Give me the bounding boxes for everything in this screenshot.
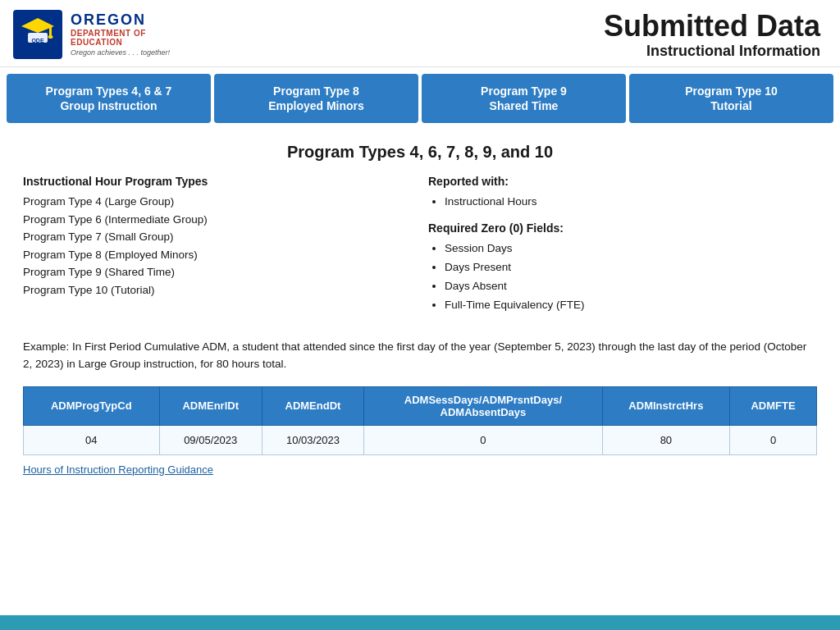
tab-employed-minors[interactable]: Program Type 8 Employed Minors (214, 74, 418, 123)
table-cell: 04 (24, 425, 160, 454)
table-header: ADMProgTypCdADMEnrlDtADMEndDtADMSessDays… (24, 386, 817, 425)
list-item: Program Type 9 (Shared Time) (23, 266, 175, 278)
list-item: Program Type 4 (Large Group) (23, 195, 174, 208)
hours-of-instruction-link[interactable]: Hours of Instruction Reporting Guidance (23, 463, 817, 476)
reported-items-list: Instructional Hours (428, 193, 817, 212)
header-title-area: Submitted Data Instructional Information (604, 10, 820, 60)
logo-tagline: Oregon achieves . . . together! (71, 49, 170, 57)
tab-tutorial[interactable]: Program Type 10 Tutorial (629, 74, 833, 123)
required-zero-heading: Required Zero (0) Fields: (428, 221, 817, 235)
tab-navigation: Program Types 4, 6 & 7 Group Instruction… (0, 67, 840, 130)
table-column-header: ADMEnrlDt (159, 386, 262, 425)
table-column-header: ADMProgTypCd (24, 386, 160, 425)
table-cell: 09/05/2023 (159, 425, 262, 454)
table-cell: 0 (730, 425, 817, 454)
required-items-list: Session DaysDays PresentDays AbsentFull-… (428, 240, 817, 315)
list-item: Days Present (445, 258, 817, 277)
reported-with-heading: Reported with: (428, 175, 817, 188)
page-subtitle: Instructional Information (604, 43, 820, 60)
table-cell: 10/03/2023 (262, 425, 363, 454)
bottom-bar (0, 615, 840, 630)
table-cell: 80 (602, 425, 729, 454)
list-item: Full-Time Equivalency (FTE) (445, 296, 817, 315)
data-table: ADMProgTypCdADMEnrlDtADMEndDtADMSessDays… (23, 386, 817, 455)
tab-shared-time[interactable]: Program Type 9 Shared Time (422, 74, 626, 123)
left-column: Instructional Hour Program Types Program… (23, 175, 412, 325)
right-column: Reported with: Instructional Hours Requi… (428, 175, 817, 325)
two-column-section: Instructional Hour Program Types Program… (23, 175, 817, 325)
page-title: Submitted Data (604, 10, 820, 43)
section-title: Program Types 4, 6, 7, 8, 9, and 10 (23, 143, 817, 162)
list-item: Program Type 8 (Employed Minors) (23, 249, 198, 261)
list-item: Session Days (445, 240, 817, 258)
table-header-row: ADMProgTypCdADMEnrlDtADMEndDtADMSessDays… (24, 386, 817, 425)
example-text: Example: In First Period Cumulative ADM,… (23, 338, 817, 373)
left-heading: Instructional Hour Program Types (23, 175, 412, 188)
list-item: Days Absent (445, 277, 817, 296)
table-row: 0409/05/202310/03/20230800 (24, 425, 817, 454)
table-column-header: ADMSessDays/ADMPrsntDays/ ADMAbsentDays (364, 386, 603, 425)
left-items-list: Program Type 4 (Large Group)Program Type… (23, 193, 412, 299)
page-header: ODE OREGON DEPARTMENT OF EDUCATION Orego… (0, 0, 840, 67)
main-content: Program Types 4, 6, 7, 8, 9, and 10 Inst… (0, 130, 840, 489)
list-item: Program Type 10 (Tutorial) (23, 284, 155, 296)
logo-dept-text: DEPARTMENT OF EDUCATION (71, 29, 170, 47)
table-column-header: ADMInstrctHrs (602, 386, 729, 425)
list-item: Program Type 7 (Small Group) (23, 231, 174, 243)
list-item: Program Type 6 (Intermediate Group) (23, 213, 208, 226)
logo-text-area: OREGON DEPARTMENT OF EDUCATION Oregon ac… (71, 12, 170, 57)
svg-point-3 (48, 35, 53, 39)
logo-oregon-text: OREGON (71, 12, 170, 29)
svg-rect-2 (49, 26, 52, 36)
table-column-header: ADMFTE (730, 386, 817, 425)
list-item: Instructional Hours (445, 193, 817, 212)
table-cell: 0 (364, 425, 603, 454)
logo-area: ODE OREGON DEPARTMENT OF EDUCATION Orego… (13, 10, 170, 59)
tab-group-instruction[interactable]: Program Types 4, 6 & 7 Group Instruction (7, 74, 211, 123)
oregon-logo-icon: ODE (13, 10, 62, 59)
table-column-header: ADMEndDt (262, 386, 363, 425)
table-body: 0409/05/202310/03/20230800 (24, 425, 817, 454)
svg-text:ODE: ODE (31, 38, 44, 43)
